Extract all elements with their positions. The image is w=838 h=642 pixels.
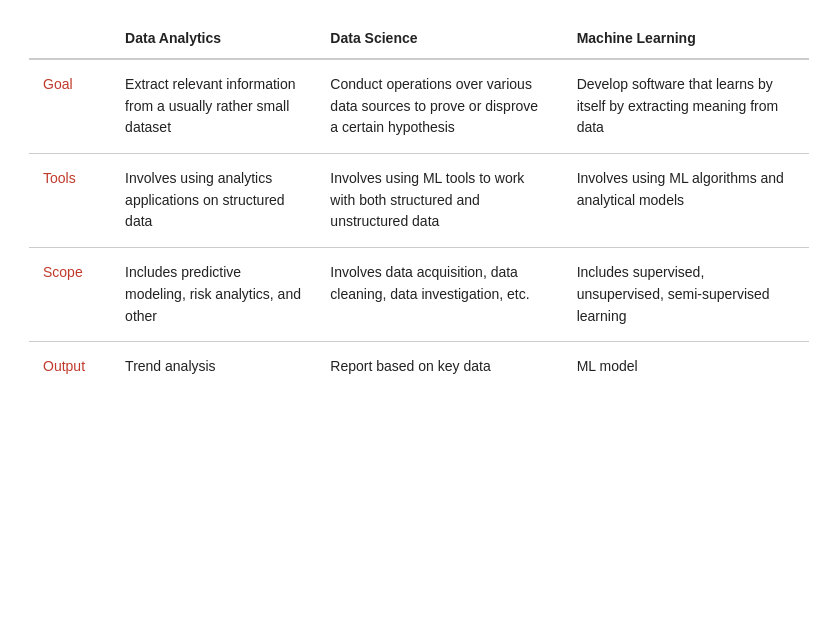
cell-science-2: Involves data acquisition, data cleaning… [316, 248, 562, 342]
header-analytics: Data Analytics [111, 20, 316, 59]
cell-ml-0: Develop software that learns by itself b… [563, 59, 809, 154]
table-row: ScopeIncludes predictive modeling, risk … [29, 248, 809, 342]
cell-science-1: Involves using ML tools to work with bot… [316, 154, 562, 248]
header-ml: Machine Learning [563, 20, 809, 59]
cell-science-0: Conduct operations over various data sou… [316, 59, 562, 154]
row-label-tools: Tools [29, 154, 111, 248]
cell-ml-2: Includes supervised, unsupervised, semi-… [563, 248, 809, 342]
header-empty [29, 20, 111, 59]
cell-ml-1: Involves using ML algorithms and analyti… [563, 154, 809, 248]
cell-ml-3: ML model [563, 342, 809, 392]
cell-analytics-1: Involves using analytics applications on… [111, 154, 316, 248]
table-row: OutputTrend analysisReport based on key … [29, 342, 809, 392]
cell-analytics-2: Includes predictive modeling, risk analy… [111, 248, 316, 342]
cell-analytics-0: Extract relevant information from a usua… [111, 59, 316, 154]
header-science: Data Science [316, 20, 562, 59]
cell-science-3: Report based on key data [316, 342, 562, 392]
comparison-table: Data Analytics Data Science Machine Lear… [29, 20, 809, 392]
row-label-output: Output [29, 342, 111, 392]
cell-analytics-3: Trend analysis [111, 342, 316, 392]
row-label-goal: Goal [29, 59, 111, 154]
row-label-scope: Scope [29, 248, 111, 342]
table-row: ToolsInvolves using analytics applicatio… [29, 154, 809, 248]
table-row: GoalExtract relevant information from a … [29, 59, 809, 154]
